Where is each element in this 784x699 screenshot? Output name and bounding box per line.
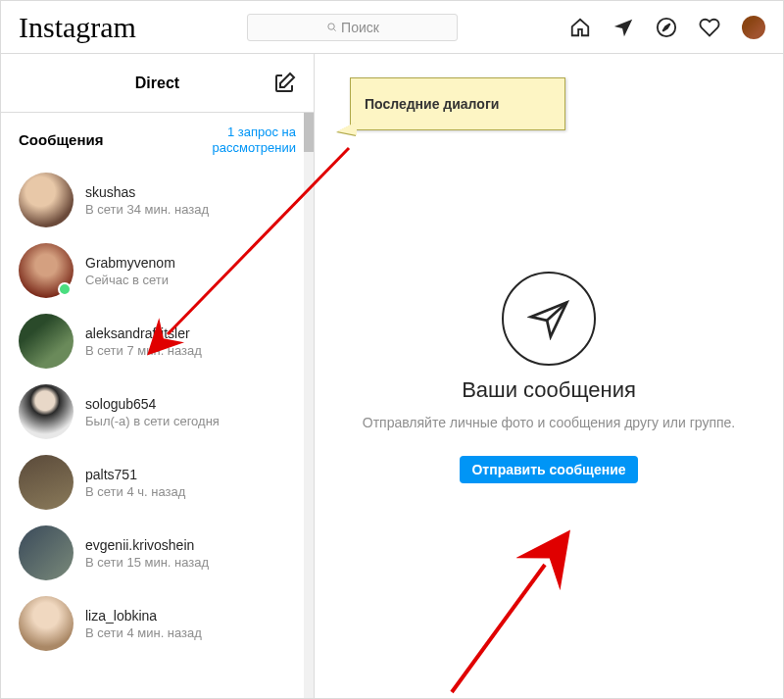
annotation-callout: Последние диалоги (350, 77, 565, 130)
content-title: Ваши сообщения (462, 377, 636, 403)
explore-icon[interactable] (656, 17, 677, 38)
conversation-item[interactable]: palts751 В сети 4 ч. назад (1, 447, 314, 518)
conversation-name: Grabmyvenom (85, 255, 175, 271)
conversation-name: aleksandrafritsler (85, 325, 202, 341)
content-pane: Ваши сообщения Отправляйте личные фото и… (315, 54, 783, 699)
svg-point-0 (328, 24, 334, 29)
conversation-status: В сети 15 мин. назад (85, 555, 209, 570)
conversation-item[interactable]: aleksandrafritsler В сети 7 мин. назад (1, 306, 314, 376)
conversation-status: В сети 4 мин. назад (85, 625, 202, 640)
send-message-button[interactable]: Отправить сообщение (460, 456, 637, 483)
messages-icon[interactable] (612, 17, 634, 38)
avatar (19, 243, 74, 298)
compose-icon (272, 72, 296, 95)
paper-plane-icon (527, 297, 570, 340)
send-hero-icon (502, 272, 596, 366)
conversation-text: liza_lobkina В сети 4 мин. назад (85, 608, 202, 640)
conversation-item[interactable]: sologub654 Был(-а) в сети сегодня (1, 376, 314, 447)
search-placeholder: Поиск (341, 20, 379, 35)
conversation-status: Был(-а) в сети сегодня (85, 414, 220, 428)
nav-icons (569, 16, 765, 39)
conversation-text: skushas В сети 34 мин. назад (85, 184, 209, 217)
search-wrap: Поиск (148, 14, 558, 41)
conversation-status: В сети 4 ч. назад (85, 484, 185, 499)
avatar (19, 314, 74, 369)
callout-tail (337, 122, 357, 135)
search-icon (326, 22, 337, 32)
content-subtitle: Отправляйте личные фото и сообщения друг… (363, 415, 735, 430)
avatar (19, 596, 74, 651)
search-input[interactable]: Поиск (247, 14, 458, 41)
online-indicator (58, 282, 72, 296)
conversation-status: Сейчас в сети (85, 273, 175, 287)
sidebar-title: Direct (135, 75, 179, 92)
conversation-text: sologub654 Был(-а) в сети сегодня (85, 396, 220, 428)
conversation-text: aleksandrafritsler В сети 7 мин. назад (85, 325, 202, 358)
svg-marker-3 (662, 24, 669, 30)
home-icon[interactable] (569, 17, 591, 38)
conversation-status: В сети 7 мин. назад (85, 343, 202, 358)
annotation-text: Последние диалоги (365, 96, 499, 112)
conversation-item[interactable]: liza_lobkina В сети 4 мин. назад (1, 588, 314, 659)
conversation-name: evgenii.krivoshein (85, 537, 209, 553)
conversation-text: palts751 В сети 4 ч. назад (85, 467, 185, 499)
avatar (19, 384, 74, 439)
svg-line-1 (334, 29, 336, 31)
scrollbar-thumb[interactable] (304, 113, 314, 152)
conversation-list: skushas В сети 34 мин. назад Grabmyvenom… (1, 165, 314, 699)
conversation-text: evgenii.krivoshein В сети 15 мин. назад (85, 537, 209, 570)
messages-label: Сообщения (19, 131, 103, 148)
compose-button[interactable] (272, 72, 296, 99)
profile-avatar[interactable] (742, 16, 765, 39)
main: Direct Сообщения 1 запрос на рассмотрени… (1, 54, 783, 699)
logo[interactable]: Instagram (19, 11, 136, 44)
conversation-name: sologub654 (85, 396, 220, 412)
sidebar-subheader: Сообщения 1 запрос на рассмотрении (1, 113, 314, 165)
conversation-name: liza_lobkina (85, 608, 202, 624)
conversation-item[interactable]: evgenii.krivoshein В сети 15 мин. назад (1, 518, 314, 588)
requests-link[interactable]: 1 запрос на рассмотрении (213, 125, 296, 155)
activity-icon[interactable] (699, 17, 720, 38)
conversation-item[interactable]: Grabmyvenom Сейчас в сети (1, 235, 314, 306)
sidebar-header: Direct (1, 54, 314, 113)
conversation-name: skushas (85, 184, 209, 200)
scrollbar[interactable] (304, 113, 314, 699)
conversation-text: Grabmyvenom Сейчас в сети (85, 255, 175, 287)
avatar (19, 173, 74, 227)
conversation-name: palts751 (85, 467, 185, 482)
top-nav: Instagram Поиск (1, 1, 783, 54)
avatar (19, 525, 74, 580)
conversation-status: В сети 34 мин. назад (85, 202, 209, 217)
conversation-item[interactable]: skushas В сети 34 мин. назад (1, 165, 314, 235)
avatar (19, 455, 74, 510)
sidebar: Direct Сообщения 1 запрос на рассмотрени… (1, 54, 315, 699)
